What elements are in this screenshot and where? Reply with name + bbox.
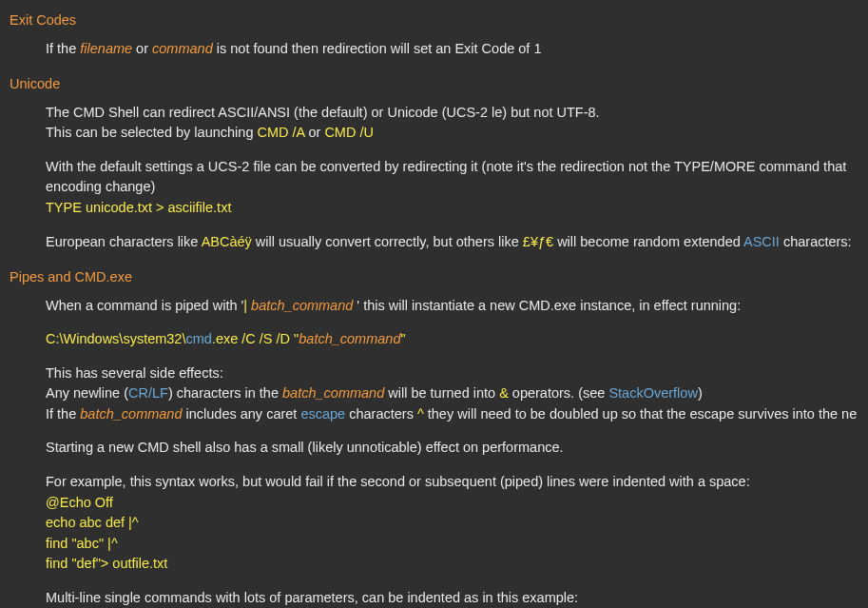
code-cmd-a: CMD /A: [257, 125, 304, 140]
text: .exe /C /S /D ": [212, 331, 299, 346]
sample-chars-currency: £¥ƒ€: [523, 234, 553, 249]
paragraph: This has several side effects:: [46, 364, 858, 383]
paragraph: Any newline (CR/LF) characters in the ba…: [46, 384, 858, 403]
heading-pipes: Pipes and CMD.exe: [10, 268, 858, 287]
text: ): [698, 385, 703, 401]
term-batch-command: batch_command: [299, 331, 400, 346]
text: or: [304, 125, 324, 140]
text: will usually convert correctly, but othe…: [252, 234, 523, 249]
paragraph: If the batch_command includes any caret …: [46, 405, 858, 424]
link-ascii[interactable]: ASCII: [743, 234, 780, 249]
paragraph: When a command is piped with '| batch_co…: [46, 297, 858, 316]
term-filename: filename: [80, 41, 132, 56]
link-stackoverflow[interactable]: StackOverflow: [608, 385, 697, 401]
text: operators. (see: [509, 385, 609, 401]
caret-char: ^: [417, 406, 424, 422]
code-cmd-u: CMD /U: [324, 125, 374, 140]
term-batch-command: batch_command: [80, 406, 182, 422]
code-line: echo abc def |^: [46, 514, 858, 533]
text: characters:: [780, 234, 852, 249]
text: Any newline (: [46, 385, 128, 401]
term-batch-command: batch_command: [251, 298, 357, 313]
paragraph: encoding change): [46, 178, 858, 197]
paragraph: With the default settings a UCS-2 file c…: [46, 158, 858, 177]
code-type-line: TYPE unicode.txt > asciifile.txt: [46, 199, 858, 218]
link-escape[interactable]: escape: [300, 406, 345, 422]
block-exit-codes: If the filename or command is not found …: [46, 40, 858, 59]
code-line: @Echo Off: [46, 494, 858, 513]
paragraph: For example, this syntax works, but woul…: [46, 473, 858, 492]
code-line: find "abc" |^: [46, 535, 858, 554]
text: C:\Windows\system32\: [46, 331, 185, 346]
text: If the: [46, 41, 80, 56]
text: European characters like: [46, 234, 202, 249]
heading-exit-codes: Exit Codes: [10, 11, 858, 30]
paragraph: The CMD Shell can redirect ASCII/ANSI (t…: [46, 104, 858, 123]
link-crlf[interactable]: CR/LF: [128, 385, 168, 401]
term-command: command: [152, 41, 213, 56]
block-unicode: The CMD Shell can redirect ASCII/ANSI (t…: [46, 104, 858, 251]
text: is not found then redirection will set a…: [213, 41, 542, 56]
block-pipes: When a command is piped with '| batch_co…: [46, 297, 858, 608]
code-cmdline: C:\Windows\system32\cmd.exe /C /S /D "ba…: [46, 330, 858, 349]
text: characters: [345, 406, 417, 422]
text: includes any caret: [182, 406, 300, 422]
text: ' this will instantiate a new CMD.exe in…: [357, 298, 741, 313]
text: or: [132, 41, 152, 56]
text: If the: [46, 406, 80, 422]
code-line: find "def"> outfile.txt: [46, 555, 858, 574]
text: ) characters in the: [168, 385, 282, 401]
text: This can be selected by launching: [46, 125, 257, 140]
heading-unicode: Unicode: [10, 75, 858, 94]
term-batch-command: batch_command: [282, 385, 384, 401]
pipe-char: |: [243, 298, 251, 313]
sample-chars-european: ABCàéÿ: [202, 234, 252, 249]
text: they will need to be doubled up so that …: [424, 406, 857, 422]
paragraph: This can be selected by launching CMD /A…: [46, 124, 858, 143]
text: When a command is piped with ': [46, 298, 243, 313]
amp-operator: &: [499, 385, 509, 401]
paragraph: European characters like ABCàéÿ will usu…: [46, 233, 858, 252]
text: ": [400, 331, 405, 346]
paragraph: Starting a new CMD shell also has a smal…: [46, 439, 858, 458]
paragraph: Multi-line single commands with lots of …: [46, 589, 858, 608]
text: will become random extended: [553, 234, 743, 249]
text: will be turned into: [384, 385, 499, 401]
link-cmd[interactable]: cmd: [185, 331, 211, 346]
paragraph: If the filename or command is not found …: [46, 40, 858, 59]
